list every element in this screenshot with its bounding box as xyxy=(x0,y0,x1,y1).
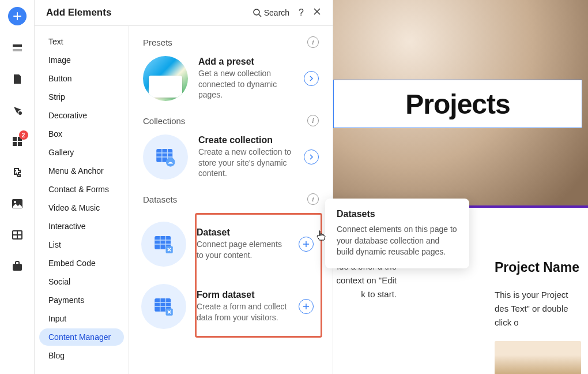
category-item[interactable]: Text xyxy=(39,33,124,50)
search-button[interactable]: Search xyxy=(252,8,289,17)
svg-rect-12 xyxy=(13,235,17,238)
sections-area: Presets i Add a preset Get a new collect… xyxy=(129,26,333,374)
hero-section: Projects xyxy=(333,0,588,208)
rail-theme-icon[interactable] xyxy=(9,102,26,119)
collection-card-desc: Create a new collection to store your si… xyxy=(198,147,293,179)
datasets-info-button[interactable]: i xyxy=(307,193,319,205)
category-item[interactable]: Button xyxy=(39,70,124,87)
svg-rect-3 xyxy=(13,137,17,141)
category-item[interactable]: Gallery xyxy=(39,144,124,161)
form-dataset-thumb-icon xyxy=(141,284,186,329)
chevron-right-icon xyxy=(308,154,314,160)
hero-title-frame[interactable]: Projects xyxy=(333,80,582,128)
dataset-card-desc: Connect page elements to your content. xyxy=(197,239,288,261)
category-item[interactable]: Content Manager xyxy=(39,328,124,346)
svg-point-15 xyxy=(254,9,259,15)
presets-section: Presets i Add a preset Get a new collect… xyxy=(143,36,319,101)
rail-page-icon[interactable] xyxy=(9,70,26,88)
preset-thumb-icon xyxy=(143,56,188,101)
form-dataset-card-desc: Create a form and collect data from your… xyxy=(197,301,288,323)
collections-info-button[interactable]: i xyxy=(307,115,319,126)
dataset-card[interactable]: Dataset Connect page elements to your co… xyxy=(141,222,314,267)
datasets-highlight: Dataset Connect page elements to your co… xyxy=(195,213,322,338)
project-name-heading[interactable]: Project Name xyxy=(495,260,581,275)
form-dataset-card-title: Form dataset xyxy=(197,290,288,300)
categories-list: TextImageButtonStripDecorativeBoxGallery… xyxy=(35,26,129,374)
collections-section-title: Collections xyxy=(143,116,185,126)
design-canvas[interactable]: Projects ide a brief d the context on "E… xyxy=(333,0,588,374)
preset-arrow-button[interactable] xyxy=(304,71,319,86)
plus-icon xyxy=(303,303,310,310)
dataset-add-button[interactable] xyxy=(299,237,314,252)
svg-point-8 xyxy=(14,201,16,203)
add-elements-panel: Add Elements Search ? TextImageButtonStr… xyxy=(35,0,333,374)
help-button[interactable]: ? xyxy=(299,8,304,18)
rail-apps-icon[interactable]: 2 xyxy=(9,133,26,150)
tooltip-title: Datasets xyxy=(337,209,458,219)
project-image[interactable] xyxy=(495,341,581,374)
search-icon xyxy=(252,8,262,17)
search-label: Search xyxy=(264,8,289,17)
collection-arrow-button[interactable] xyxy=(304,149,319,164)
category-item[interactable]: Input xyxy=(39,310,124,327)
category-item[interactable]: Embed Code xyxy=(39,255,124,272)
datasets-section-title: Datasets xyxy=(143,195,177,204)
category-item[interactable]: Menu & Anchor xyxy=(39,162,124,179)
category-item[interactable]: Strip xyxy=(39,88,124,106)
category-item[interactable]: Contact & Forms xyxy=(39,181,124,198)
collection-card-title: Create collection xyxy=(198,135,293,145)
create-collection-card[interactable]: Create collection Create a new collectio… xyxy=(143,134,319,179)
svg-rect-11 xyxy=(18,231,21,234)
datasets-section: Datasets i Dataset Connect page elements… xyxy=(143,193,319,338)
svg-rect-1 xyxy=(13,49,22,51)
svg-rect-13 xyxy=(18,235,21,238)
preset-card-title: Add a preset xyxy=(198,57,293,67)
plus-icon xyxy=(303,241,310,248)
add-preset-card[interactable]: Add a preset Get a new collection connec… xyxy=(143,56,319,101)
presets-section-title: Presets xyxy=(143,38,172,47)
form-dataset-add-button[interactable] xyxy=(299,299,314,314)
left-rail: 2 xyxy=(0,0,35,374)
close-icon xyxy=(313,8,321,16)
add-button[interactable] xyxy=(8,7,27,25)
hero-title[interactable]: Projects xyxy=(405,88,510,120)
form-dataset-card[interactable]: Form dataset Create a form and collect d… xyxy=(141,284,314,329)
close-button[interactable] xyxy=(313,8,321,18)
dataset-thumb-icon xyxy=(141,222,186,267)
preset-card-desc: Get a new collection connected to dynami… xyxy=(198,68,293,101)
tooltip-desc: Connect elements on this page to your da… xyxy=(337,224,458,258)
chevron-right-icon xyxy=(308,76,314,81)
panel-title: Add Elements xyxy=(46,7,111,18)
category-item[interactable]: Box xyxy=(39,125,124,143)
presets-info-button[interactable]: i xyxy=(307,36,319,48)
panel-header: Add Elements Search ? xyxy=(35,0,333,26)
rail-data-icon[interactable] xyxy=(9,226,26,244)
category-item[interactable]: Image xyxy=(39,51,124,69)
dataset-card-title: Dataset xyxy=(197,227,288,238)
svg-rect-0 xyxy=(13,44,22,47)
collections-section: Collections i Create collection Create a… xyxy=(143,115,319,179)
category-item[interactable]: Social xyxy=(39,273,124,290)
category-item[interactable]: Interactive xyxy=(39,218,124,235)
category-item[interactable]: Video & Music xyxy=(39,199,124,216)
category-item[interactable]: Payments xyxy=(39,291,124,309)
rail-extensions-icon[interactable] xyxy=(9,164,26,181)
svg-rect-14 xyxy=(13,264,22,271)
svg-rect-6 xyxy=(18,142,22,146)
rail-strip-icon[interactable] xyxy=(9,39,26,57)
rail-media-icon[interactable] xyxy=(9,195,26,212)
category-item[interactable]: Decorative xyxy=(39,107,124,124)
cursor-icon xyxy=(316,230,326,244)
rail-business-icon[interactable] xyxy=(9,257,26,275)
category-item[interactable]: Blog xyxy=(39,347,124,364)
project-desc-right: This is your Project des Text" or double… xyxy=(495,288,581,330)
svg-rect-10 xyxy=(13,231,17,234)
datasets-tooltip: Datasets Connect elements on this page t… xyxy=(325,199,469,268)
svg-point-2 xyxy=(18,111,22,115)
rail-apps-badge: 2 xyxy=(19,130,28,140)
collection-thumb-icon xyxy=(143,134,188,179)
svg-rect-5 xyxy=(13,142,17,146)
category-item[interactable]: List xyxy=(39,236,124,253)
